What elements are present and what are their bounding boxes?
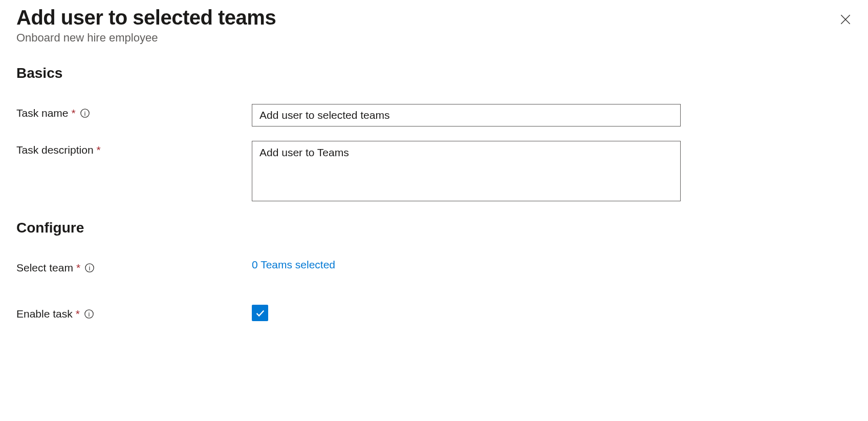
section-configure-heading: Configure xyxy=(16,220,852,236)
info-icon[interactable]: i xyxy=(80,108,90,118)
required-marker: * xyxy=(76,262,80,274)
required-marker: * xyxy=(97,144,101,156)
teams-selected-link[interactable]: 0 Teams selected xyxy=(252,259,335,270)
task-name-label-text: Task name xyxy=(16,107,69,119)
close-button[interactable] xyxy=(837,11,854,28)
select-team-label-text: Select team xyxy=(16,262,73,274)
task-description-label-text: Task description xyxy=(16,144,94,156)
info-icon[interactable]: i xyxy=(84,309,94,319)
svg-text:i: i xyxy=(89,264,91,272)
task-name-label: Task name * i xyxy=(16,104,252,119)
required-marker: * xyxy=(76,308,80,320)
required-marker: * xyxy=(72,107,76,119)
task-name-input[interactable] xyxy=(252,104,681,127)
task-config-panel: Add user to selected teams Onboard new h… xyxy=(0,0,868,352)
enable-task-checkbox[interactable] xyxy=(252,305,268,321)
task-description-label: Task description * xyxy=(16,141,252,156)
check-icon xyxy=(254,307,266,319)
select-team-label: Select team * i xyxy=(16,259,252,274)
enable-task-label-text: Enable task xyxy=(16,308,73,320)
task-description-row: Task description * xyxy=(16,141,852,203)
info-icon[interactable]: i xyxy=(84,263,95,273)
select-team-row: Select team * i 0 Teams selected xyxy=(16,259,852,274)
svg-text:i: i xyxy=(88,310,90,318)
svg-text:i: i xyxy=(84,110,85,117)
task-name-row: Task name * i xyxy=(16,104,852,127)
enable-task-row: Enable task * i xyxy=(16,305,852,321)
page-title: Add user to selected teams xyxy=(16,6,852,29)
task-description-textarea[interactable] xyxy=(252,141,681,201)
close-icon xyxy=(839,13,852,26)
section-basics-heading: Basics xyxy=(16,65,852,81)
page-subtitle: Onboard new hire employee xyxy=(16,31,852,45)
enable-task-label: Enable task * i xyxy=(16,305,252,320)
